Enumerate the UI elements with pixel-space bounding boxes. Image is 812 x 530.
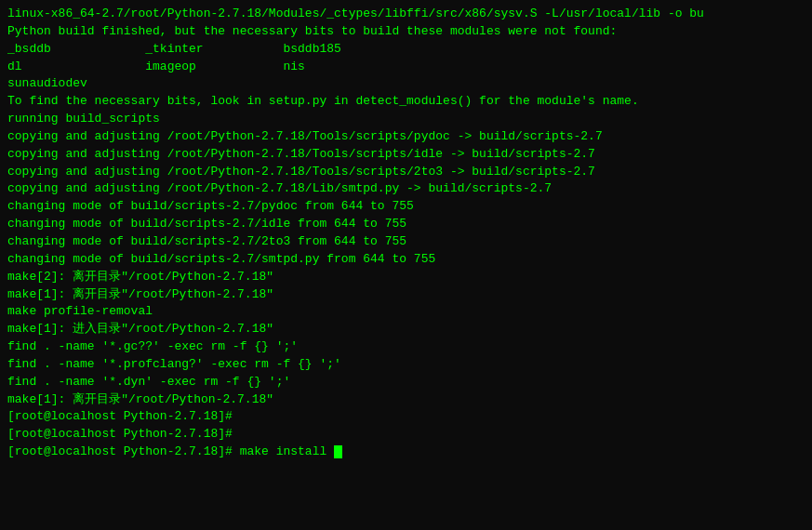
- terminal-line: [root@localhost Python-2.7.18]#: [7, 426, 805, 444]
- terminal-line: make[2]: 离开目录"/root/Python-2.7.18": [7, 269, 805, 286]
- terminal-line: dl imageop nis: [7, 59, 805, 76]
- terminal-line: changing mode of build/scripts-2.7/idle …: [7, 216, 805, 233]
- terminal-window[interactable]: linux-x86_64-2.7/root/Python-2.7.18/Modu…: [0, 0, 812, 530]
- terminal-line: copying and adjusting /root/Python-2.7.1…: [7, 180, 805, 198]
- terminal-line: make[1]: 进入目录"/root/Python-2.7.18": [7, 321, 805, 338]
- terminal-line: _bsddb _tkinter bsddb185: [7, 41, 805, 59]
- terminal-line: make profile-removal: [7, 303, 805, 321]
- terminal-line: [root@localhost Python-2.7.18]# make ins…: [7, 444, 805, 461]
- terminal-line: make[1]: 离开目录"/root/Python-2.7.18": [7, 391, 805, 409]
- terminal-cursor: [334, 445, 342, 458]
- terminal-line: find . -name '*.profclang?' -exec rm -f …: [7, 356, 805, 374]
- terminal-line: linux-x86_64-2.7/root/Python-2.7.18/Modu…: [7, 6, 805, 23]
- terminal-line: make[1]: 离开目录"/root/Python-2.7.18": [7, 286, 805, 304]
- terminal-line: changing mode of build/scripts-2.7/pydoc…: [7, 198, 805, 216]
- terminal-line: changing mode of build/scripts-2.7/smtpd…: [7, 251, 805, 269]
- terminal-line: copying and adjusting /root/Python-2.7.1…: [7, 146, 805, 164]
- terminal-line: copying and adjusting /root/Python-2.7.1…: [7, 128, 805, 146]
- terminal-line: [root@localhost Python-2.7.18]#: [7, 408, 805, 426]
- terminal-line: find . -name '*.gc??' -exec rm -f {} ';': [7, 338, 805, 356]
- terminal-line: To find the necessary bits, look in setu…: [7, 93, 805, 111]
- terminal-line: find . -name '*.dyn' -exec rm -f {} ';': [7, 374, 805, 391]
- terminal-line: changing mode of build/scripts-2.7/2to3 …: [7, 233, 805, 251]
- terminal-line: sunaudiodev: [7, 75, 805, 93]
- terminal-line: Python build finished, but the necessary…: [7, 23, 805, 41]
- terminal-line: running build_scripts: [7, 111, 805, 128]
- terminal-line: copying and adjusting /root/Python-2.7.1…: [7, 164, 805, 181]
